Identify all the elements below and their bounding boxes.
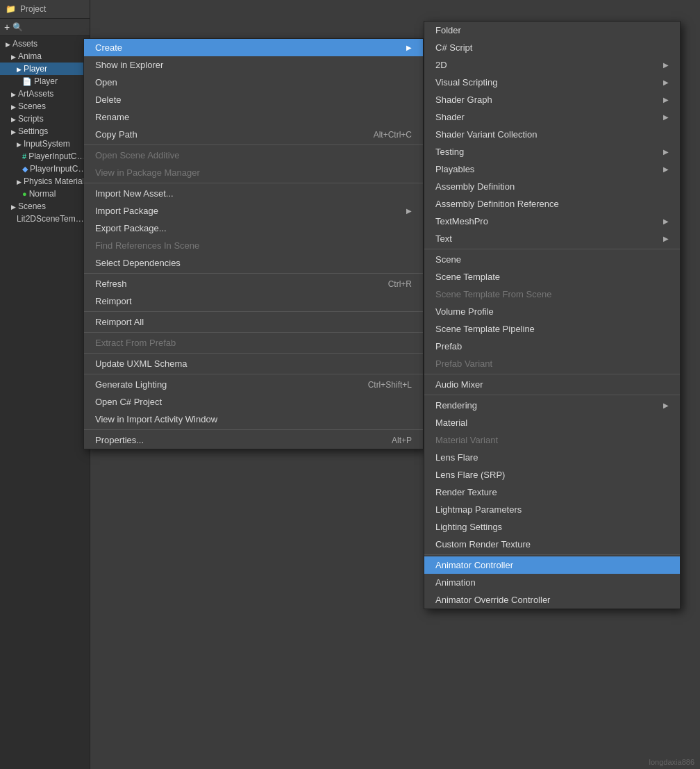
menu-item-label: Find References In Scene <box>95 240 199 251</box>
tree-item[interactable]: ▶Player <box>0 63 90 75</box>
menu-shortcut: Ctrl+Shift+L <box>368 380 412 390</box>
menu-item-label: View in Package Manager <box>95 167 200 178</box>
tree-item[interactable]: ▶Physics Material <box>0 175 90 188</box>
right-menu-item-custom-render-texture[interactable]: Custom Render Texture <box>424 536 680 553</box>
right-menu-item-lighting-settings[interactable]: Lighting Settings <box>424 518 680 536</box>
submenu-item-label: Folder <box>435 25 461 35</box>
submenu-item-label: Scene Template Pipeline <box>435 324 535 334</box>
right-menu-item-shader[interactable]: Shader▶ <box>424 108 680 126</box>
left-menu-item-rename[interactable]: Rename <box>84 108 423 126</box>
menu-separator <box>84 144 423 145</box>
tree-item[interactable]: 📄Player <box>0 75 90 88</box>
submenu-item-label: Material <box>435 417 467 428</box>
menu-item-label: Export Package... <box>95 223 167 233</box>
submenu-item-label: Render Texture <box>435 487 497 497</box>
menu-item-label: Select Dependencies <box>95 258 181 268</box>
tree-item[interactable]: ▶Scenes <box>0 100 90 113</box>
left-context-menu: Create▶Show in ExplorerOpenDeleteRenameC… <box>83 38 424 449</box>
add-button[interactable]: + <box>4 22 10 33</box>
left-menu-item-reimport[interactable]: Reimport <box>84 292 423 310</box>
right-menu-item-audio-mixer[interactable]: Audio Mixer <box>424 376 680 393</box>
tree-item[interactable]: Lit2DSceneTemplate <box>0 213 90 225</box>
right-menu-item-playables[interactable]: Playables▶ <box>424 160 680 178</box>
menu-shortcut: Ctrl+R <box>388 279 412 289</box>
right-menu-item-lens-flare-srp[interactable]: Lens Flare (SRP) <box>424 466 680 483</box>
right-menu-item-folder[interactable]: Folder <box>424 22 680 39</box>
left-menu-item-import-package[interactable]: Import Package▶ <box>84 202 423 220</box>
right-menu-item-testing[interactable]: Testing▶ <box>424 143 680 160</box>
left-menu-item-open-c-project[interactable]: Open C# Project <box>84 393 423 411</box>
submenu-item-label: Lens Flare <box>435 452 478 463</box>
left-menu-item-generate-lighting[interactable]: Generate LightingCtrl+Shift+L <box>84 376 423 393</box>
right-menu-item-lens-flare[interactable]: Lens Flare <box>424 449 680 466</box>
left-menu-item-view-in-import-activity-window[interactable]: View in Import Activity Window <box>84 411 423 428</box>
menu-separator <box>84 183 423 183</box>
submenu-item-label: 2D <box>435 60 447 70</box>
tree-item[interactable]: ▶Settings <box>0 125 90 138</box>
right-menu-item-assembly-definition-reference[interactable]: Assembly Definition Reference <box>424 195 680 213</box>
right-menu-item-material[interactable]: Material <box>424 414 680 431</box>
right-menu-item-c-script[interactable]: C# Script <box>424 39 680 56</box>
tree-item[interactable]: #PlayerInputController <box>0 150 90 163</box>
right-menu-item-2d[interactable]: 2D▶ <box>424 56 680 74</box>
left-menu-item-show-in-explorer[interactable]: Show in Explorer <box>84 56 423 74</box>
menu-item-label: Delete <box>95 94 122 105</box>
left-menu-item-update-uxml-schema[interactable]: Update UXML Schema <box>84 355 423 372</box>
left-menu-item-select-dependencies[interactable]: Select Dependencies <box>84 254 423 272</box>
menu-item-label: Copy Path <box>95 129 138 140</box>
tree-item[interactable]: ▶Anima <box>0 50 90 63</box>
menu-separator <box>84 429 423 430</box>
submenu-item-label: Shader <box>435 112 465 122</box>
right-menu-item-scene-template-pipeline[interactable]: Scene Template Pipeline <box>424 320 680 338</box>
submenu-item-label: Testing <box>435 147 464 157</box>
tree-item[interactable]: ▶ArtAssets <box>0 88 90 100</box>
submenu-item-label: Prefab Variant <box>435 358 492 369</box>
right-menu-item-scene[interactable]: Scene <box>424 251 680 268</box>
submenu-item-label: Lightmap Parameters <box>435 504 522 515</box>
left-menu-item-export-package[interactable]: Export Package... <box>84 220 423 237</box>
right-menu-item-scene-template[interactable]: Scene Template <box>424 268 680 286</box>
right-menu-item-textmeshpro[interactable]: TextMeshPro▶ <box>424 213 680 230</box>
right-submenu: FolderC# Script2D▶Visual Scripting▶Shade… <box>424 21 681 609</box>
project-title: Project <box>20 4 46 14</box>
right-menu-item-animator-controller[interactable]: Animator Controller <box>424 556 680 574</box>
left-menu-item-open-scene-additive: Open Scene Additive <box>84 147 423 164</box>
search-button[interactable]: 🔍 <box>12 22 23 32</box>
right-menu-item-rendering[interactable]: Rendering▶ <box>424 397 680 414</box>
left-menu-item-copy-path[interactable]: Copy PathAlt+Ctrl+C <box>84 126 423 143</box>
left-menu-item-properties[interactable]: Properties...Alt+P <box>84 431 423 449</box>
menu-item-label: Open C# Project <box>95 397 162 407</box>
right-menu-item-shader-variant-collection[interactable]: Shader Variant Collection <box>424 126 680 143</box>
right-menu-item-lightmap-parameters[interactable]: Lightmap Parameters <box>424 501 680 518</box>
tree-item[interactable]: ●Normal <box>0 188 90 200</box>
right-menu-item-animation[interactable]: Animation <box>424 574 680 591</box>
tree-item[interactable]: ◆PlayerInputController <box>0 163 90 175</box>
menu-separator <box>84 311 423 312</box>
right-menu-item-render-texture[interactable]: Render Texture <box>424 483 680 501</box>
right-menu-item-shader-graph[interactable]: Shader Graph▶ <box>424 91 680 108</box>
tree-item[interactable]: ▶Assets <box>0 38 90 50</box>
left-menu-item-create[interactable]: Create▶ <box>84 39 423 56</box>
submenu-item-label: Animator Controller <box>435 560 513 570</box>
left-menu-item-open[interactable]: Open <box>84 74 423 91</box>
project-header: 📁 Project <box>0 0 90 19</box>
left-menu-item-import-new-asset[interactable]: Import New Asset... <box>84 185 423 202</box>
submenu-item-label: Lighting Settings <box>435 522 502 532</box>
left-menu-item-refresh[interactable]: RefreshCtrl+R <box>84 275 423 292</box>
submenu-separator <box>424 374 680 374</box>
right-menu-item-animator-override-controller[interactable]: Animator Override Controller <box>424 591 680 609</box>
left-menu-item-find-references-in-scene: Find References In Scene <box>84 237 423 254</box>
right-menu-item-visual-scripting[interactable]: Visual Scripting▶ <box>424 74 680 91</box>
tree-item[interactable]: ▶Scripts <box>0 113 90 125</box>
right-menu-item-prefab[interactable]: Prefab <box>424 338 680 355</box>
right-menu-item-text[interactable]: Text▶ <box>424 230 680 247</box>
menu-separator <box>84 353 423 354</box>
submenu-item-label: Lens Flare (SRP) <box>435 470 505 480</box>
right-menu-item-volume-profile[interactable]: Volume Profile <box>424 303 680 320</box>
tree-item[interactable]: ▶InputSystem <box>0 138 90 150</box>
left-menu-item-delete[interactable]: Delete <box>84 91 423 108</box>
left-menu-item-reimport-all[interactable]: Reimport All <box>84 313 423 331</box>
submenu-item-label: Prefab <box>435 341 462 352</box>
tree-item[interactable]: ▶Scenes <box>0 200 90 213</box>
right-menu-item-assembly-definition[interactable]: Assembly Definition <box>424 178 680 195</box>
